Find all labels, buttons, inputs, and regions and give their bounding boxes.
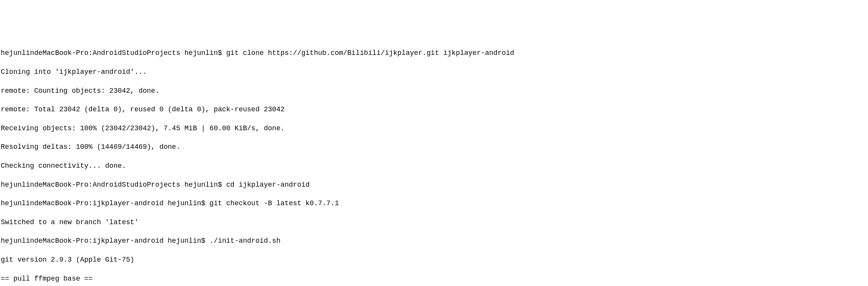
terminal-line: hejunlindeMacBook-Pro:AndroidStudioProje… — [1, 180, 868, 189]
terminal-line: hejunlindeMacBook-Pro:AndroidStudioProje… — [1, 48, 868, 58]
terminal-line: Receiving objects: 100% (23042/23042), 7… — [1, 124, 868, 133]
terminal-line: remote: Total 23042 (delta 0), reused 0 … — [1, 105, 868, 114]
terminal-line: Resolving deltas: 100% (14469/14469), do… — [1, 142, 868, 152]
terminal-line: Switched to a new branch 'latest' — [1, 218, 868, 227]
terminal-line: git version 2.9.3 (Apple Git-75) — [1, 255, 868, 264]
terminal-line: == pull ffmpeg base == — [1, 274, 868, 283]
terminal-window[interactable]: hejunlindeMacBook-Pro:AndroidStudioProje… — [1, 39, 868, 286]
terminal-line: remote: Counting objects: 23042, done. — [1, 86, 868, 95]
terminal-line: hejunlindeMacBook-Pro:ijkplayer-android … — [1, 199, 868, 208]
terminal-line: Cloning into 'ijkplayer-android'... — [1, 67, 868, 77]
terminal-line: Checking connectivity... done. — [1, 161, 868, 170]
terminal-line: hejunlindeMacBook-Pro:ijkplayer-android … — [1, 236, 868, 245]
